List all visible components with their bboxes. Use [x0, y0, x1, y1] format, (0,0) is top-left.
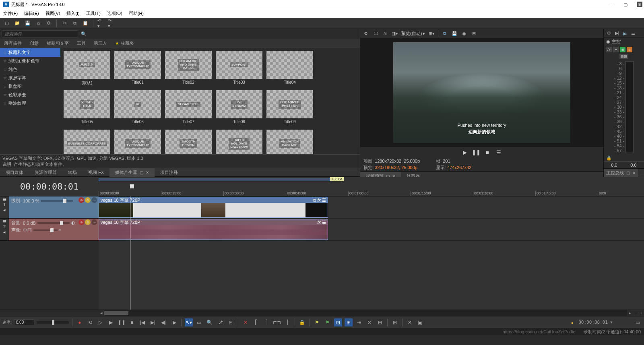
rate-input[interactable]: [14, 319, 34, 325]
stop-button[interactable]: ■: [128, 318, 136, 326]
plugin-category-item[interactable]: ☆标题和文字: [0, 48, 60, 57]
video-track-header[interactable]: ☰ 1 ◂ ⊘ S ⋯ 级别: 100.0 %: [0, 196, 99, 219]
track-menu-icon[interactable]: ☰: [3, 219, 6, 224]
tab-tools[interactable]: 工具: [73, 39, 90, 48]
quantize-button[interactable]: ⊟: [376, 318, 384, 326]
track-more-icon[interactable]: ⋯: [91, 197, 97, 203]
tab-explorer[interactable]: 资源管理器: [29, 168, 62, 177]
redo-icon[interactable]: ↷ ▾: [108, 20, 115, 27]
plugin-preset[interactable]: 02Title06: [114, 90, 162, 127]
undock-icon[interactable]: ▢: [140, 170, 143, 175]
scopes-icon[interactable]: ◉: [461, 30, 467, 37]
tab-video-fx[interactable]: 视频 FX: [83, 168, 109, 177]
tab-transitions[interactable]: 转场: [62, 168, 83, 177]
normal-edit-tool[interactable]: ↖▾: [185, 318, 193, 326]
touch-icon[interactable]: ◐: [71, 220, 75, 225]
track-content-area[interactable]: vegas 18 字幕 720P⧉fx☰ 18:36:54: vegas 18 …: [99, 196, 644, 310]
pan-slider[interactable]: [33, 229, 58, 231]
loop-button[interactable]: ⟲: [86, 318, 94, 326]
track-minimize-icon[interactable]: ◂: [3, 229, 6, 235]
undo-icon[interactable]: ↶ ▾: [97, 20, 105, 27]
event-fx-icon[interactable]: fx: [317, 220, 321, 225]
scrollbar-thumb[interactable]: [104, 311, 128, 315]
zoom-out-icon[interactable]: −: [633, 310, 638, 316]
trim-start-button[interactable]: ⎡: [252, 318, 260, 326]
audio-track-header[interactable]: ☰ 2 ◂ ⊘ S ⋯ 音量: 0.0 dB◐ 声像: 中间▾: [0, 219, 99, 241]
plugin-preset[interactable]: BUSINESS CORPORATE: [63, 130, 111, 154]
copy-snapshot-icon[interactable]: ⧉: [442, 30, 448, 37]
close-tab-icon[interactable]: ✕: [146, 170, 149, 175]
cut-icon[interactable]: ✂: [61, 20, 68, 27]
maximize-button[interactable]: ▢: [623, 2, 627, 7]
zoom-tool[interactable]: 🔍: [206, 318, 214, 326]
horizontal-scrollbar[interactable]: [104, 310, 627, 316]
plugin-preset[interactable]: UNIQUE TYPOGRAPHY: [114, 130, 162, 154]
crossfade-button[interactable]: ✕: [406, 318, 414, 326]
master-insert-icon[interactable]: ✦: [613, 47, 619, 52]
auto-ripple-button[interactable]: ⇥: [355, 318, 363, 326]
menu-edit[interactable]: 编辑(E): [24, 10, 39, 17]
maximize-timeline-icon[interactable]: ▣: [637, 2, 642, 7]
pause-button[interactable]: ❚❚: [473, 149, 480, 156]
plugin-preset[interactable]: VEGAS TITLETitle07: [164, 90, 213, 127]
master-automation-icon[interactable]: ◉: [620, 47, 625, 52]
preview-quality-dropdown[interactable]: 预览(自动)▾: [401, 31, 425, 37]
master-fx-icon[interactable]: fx: [606, 47, 612, 52]
cursor-timecode[interactable]: 00:00:08:01: [578, 320, 608, 325]
menu-tool[interactable]: 工具(T): [86, 10, 101, 17]
master-mute-icon[interactable]: S: [627, 47, 632, 52]
scroll-left-icon[interactable]: ◂: [99, 310, 104, 316]
save-snapshot-icon[interactable]: 💾: [451, 30, 458, 37]
video-output-fx-icon[interactable]: fx: [382, 30, 388, 37]
snap-to-grid-button[interactable]: ⊞: [345, 318, 353, 326]
tab-thirdparty[interactable]: 第三方: [90, 39, 111, 48]
selection-tool[interactable]: ▭: [195, 318, 203, 326]
auto-crossfade-button[interactable]: ⤫: [365, 318, 374, 326]
plugin-preset[interactable]: SUPPORTTitle03: [215, 51, 263, 88]
menu-option[interactable]: 选项(O): [107, 10, 122, 17]
render-icon[interactable]: ⎙: [35, 20, 42, 27]
automation-icon[interactable]: S: [85, 219, 91, 225]
transport-menu-icon[interactable]: ☰: [495, 149, 502, 156]
track-menu-icon[interactable]: ☰: [3, 197, 6, 202]
plugin-preset[interactable]: Title04: [266, 51, 314, 88]
lock-icon[interactable]: 🔒: [606, 155, 612, 160]
split-screen-icon[interactable]: ◨▾: [392, 30, 398, 37]
undock-icon[interactable]: ▢: [626, 171, 630, 175]
snap-button[interactable]: ⊡: [334, 318, 342, 326]
paste-icon[interactable]: 📋: [82, 20, 89, 27]
search-icon[interactable]: 🔍: [80, 30, 88, 38]
rate-scrubber[interactable]: [37, 321, 69, 324]
track-minimize-icon[interactable]: ◂: [3, 207, 6, 213]
delete-button[interactable]: ✕: [242, 318, 250, 326]
bypass-fx-icon[interactable]: ⊘: [78, 197, 84, 203]
plugin-preset[interactable]: DREAM BIG AND DARE TO FAILTitle02: [164, 51, 213, 88]
track-more-icon[interactable]: ⋯: [91, 219, 97, 225]
search-input[interactable]: [2, 30, 78, 37]
play-from-start-button[interactable]: ▷: [97, 318, 105, 326]
volume-slider[interactable]: [37, 222, 70, 224]
timecode-dropdown-icon[interactable]: ▾: [610, 320, 613, 325]
scroll-right-icon[interactable]: ▸: [627, 310, 633, 316]
split-button[interactable]: ⎮: [283, 318, 291, 326]
marker-button[interactable]: ⚑: [313, 318, 321, 326]
faders-icon[interactable]: ⚌: [630, 30, 636, 36]
region-end-marker[interactable]: +56:04: [330, 177, 344, 181]
plugin-preset[interactable]: HAPPY HOLIDAYS CALL NOW!: [215, 130, 263, 154]
goto-start-icon[interactable]: ▶|: [614, 30, 620, 36]
copy-icon[interactable]: ⧉: [71, 20, 78, 27]
menu-help[interactable]: 帮助(H): [129, 10, 144, 17]
record-button[interactable]: ●: [76, 318, 84, 326]
plugin-category-item[interactable]: ☆测试图像和色带: [0, 57, 60, 65]
lock-button[interactable]: 🔒: [298, 318, 306, 326]
plugin-preset[interactable]: SMOOTH DESIGN: [164, 130, 213, 154]
pan-crop-icon[interactable]: ⧉: [313, 198, 316, 203]
preview-props-icon[interactable]: ⚙: [363, 30, 369, 37]
event-fx-button[interactable]: ▣: [416, 318, 424, 326]
loop-region[interactable]: [99, 178, 330, 181]
region-button[interactable]: ⚑: [324, 318, 332, 326]
set-selection-icon[interactable]: ▭: [634, 318, 642, 326]
plugin-preset[interactable]: VEGAS TITLETitle05: [63, 90, 111, 127]
generated-media-icon[interactable]: ☰: [322, 198, 326, 203]
plugin-category-item[interactable]: ☆噪波纹理: [0, 99, 60, 107]
